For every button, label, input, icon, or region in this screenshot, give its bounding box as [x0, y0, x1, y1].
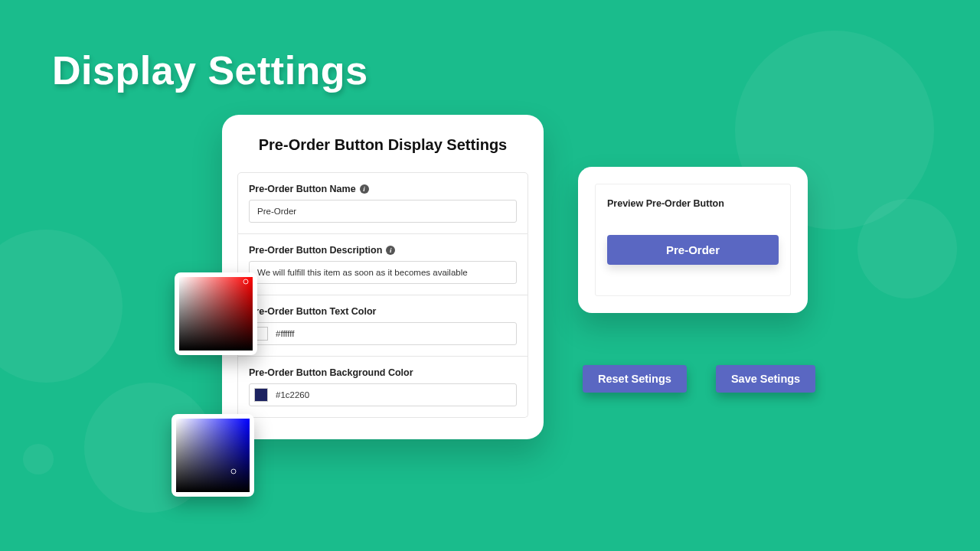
field-label: Pre-Order Button Name i [249, 184, 517, 194]
preview-label: Preview Pre-Order Button [607, 198, 779, 209]
field-button-name: Pre-Order Button Name i [237, 172, 528, 234]
field-label: Pre-Order Button Text Color [249, 306, 517, 317]
text-color-input[interactable] [268, 329, 516, 338]
decorative-circle [858, 199, 957, 298]
field-bg-color: Pre-Order Button Background Color [237, 357, 528, 418]
decorative-circle [0, 230, 122, 383]
bg-color-input-wrapper [249, 383, 517, 406]
color-swatch-icon[interactable] [254, 388, 268, 402]
settings-card: Pre-Order Button Display Settings Pre-Or… [222, 115, 544, 439]
page-title: Display Settings [52, 47, 368, 93]
settings-card-title: Pre-Order Button Display Settings [237, 136, 528, 154]
label-text: Pre-Order Button Name [249, 184, 356, 194]
preview-inner: Preview Pre-Order Button Pre-Order [595, 184, 791, 296]
decorative-circle [23, 444, 54, 474]
settings-form: Pre-Order Button Name i Pre-Order Button… [237, 172, 528, 418]
field-label: Pre-Order Button Description i [249, 245, 517, 256]
preview-preorder-button[interactable]: Pre-Order [607, 235, 779, 265]
color-picker-handle[interactable] [243, 279, 249, 284]
action-buttons: Reset Setings Save Setings [583, 365, 815, 393]
color-picker-canvas[interactable] [179, 277, 253, 350]
info-icon[interactable]: i [386, 246, 395, 255]
field-button-description: Pre-Order Button Description i [237, 234, 528, 295]
save-settings-button[interactable]: Save Setings [716, 365, 815, 393]
button-description-input[interactable] [249, 261, 517, 284]
button-name-input[interactable] [249, 200, 517, 223]
label-text: Pre-Order Button Text Color [249, 306, 376, 317]
label-text: Pre-Order Button Description [249, 245, 382, 256]
field-label: Pre-Order Button Background Color [249, 367, 517, 378]
field-text-color: Pre-Order Button Text Color [237, 295, 528, 357]
reset-settings-button[interactable]: Reset Setings [583, 365, 687, 393]
color-picker-handle[interactable] [230, 469, 236, 474]
label-text: Pre-Order Button Background Color [249, 367, 413, 378]
preview-card: Preview Pre-Order Button Pre-Order [578, 167, 808, 313]
bg-color-input[interactable] [268, 390, 516, 399]
color-picker-red[interactable] [175, 272, 257, 355]
color-picker-blue[interactable] [172, 414, 254, 497]
text-color-input-wrapper [249, 322, 517, 345]
color-picker-canvas[interactable] [176, 419, 250, 492]
info-icon[interactable]: i [360, 184, 369, 194]
